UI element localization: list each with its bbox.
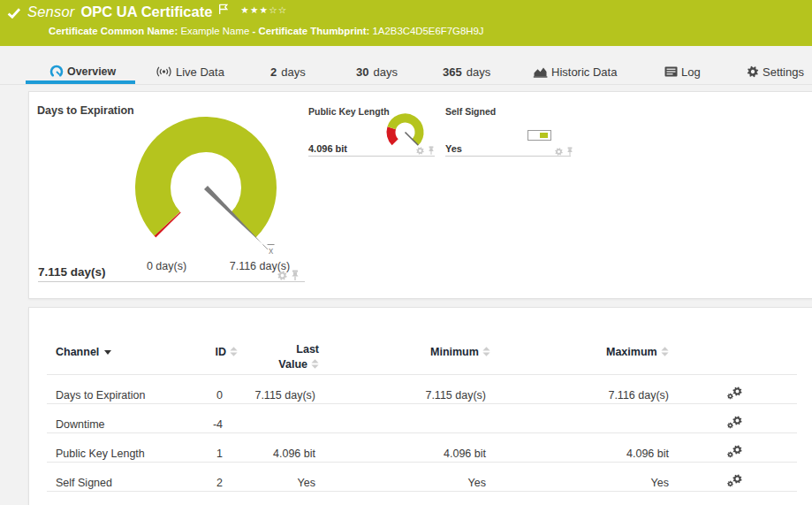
pin-icon[interactable] <box>428 146 435 156</box>
cell-channel: Self Signed <box>56 477 112 489</box>
tab-historic-data-label: Historic Data <box>551 65 617 79</box>
column-header-channel[interactable]: Channel <box>56 346 111 358</box>
tab-365-days[interactable]: 365 days <box>443 62 490 81</box>
id-header-label: ID <box>216 346 227 358</box>
cell-id: 1 <box>162 448 223 460</box>
prtg-sensor-overview-page: Sensor OPC UA Certificate ★★★☆☆ Certific… <box>0 0 812 505</box>
subtitle-value-1: Example Name <box>180 26 249 36</box>
priority-flag-icon[interactable] <box>218 4 228 15</box>
tab-2-days[interactable]: 2 days <box>270 62 306 81</box>
cell-minimum: 4.096 bit <box>389 448 486 460</box>
channel-gear-icon[interactable] <box>277 271 287 280</box>
sensor-title: OPC UA Certificate <box>80 4 212 20</box>
cell-last-value: 4.096 bit <box>227 448 315 460</box>
sort-desc-caret-icon <box>104 350 111 355</box>
tab-overview[interactable]: Overview <box>49 62 116 81</box>
cell-id: 2 <box>162 477 223 489</box>
mini-gauge-value: 4.096 bit <box>308 143 347 154</box>
column-header-minimum[interactable]: Minimum <box>430 346 490 359</box>
primary-gauge-value: 7.115 day(s) <box>38 265 106 279</box>
days-to-expiration-gauge: x0 day(s)7.116 day(s) <box>100 108 312 276</box>
subtitle-label-2: Certificate Thumbprint: <box>258 26 369 36</box>
last-value-header-line1: Last <box>232 343 319 356</box>
tab-log[interactable]: Log <box>664 62 701 81</box>
toggle-panel-value: Yes <box>445 143 462 154</box>
log-icon <box>664 66 678 77</box>
tab-30-days[interactable]: 30 days <box>356 62 398 81</box>
toggle-on-block <box>540 133 548 138</box>
cell-id: 0 <box>162 389 223 402</box>
row-separator <box>47 432 797 433</box>
tab-2-days-label: days <box>281 65 305 79</box>
sort-icon <box>482 347 490 359</box>
column-header-last-value[interactable]: Last Value <box>232 343 319 371</box>
sensor-tab-bar: Overview Live Data 2 days 30 days 365 da… <box>0 46 812 85</box>
toggle-panel-actions <box>555 147 573 157</box>
primary-gauge-actions <box>277 270 300 281</box>
tab-historic-data[interactable]: Historic Data <box>533 62 617 81</box>
column-header-maximum[interactable]: Maximum <box>606 346 669 359</box>
pin-icon[interactable] <box>291 270 300 281</box>
tab-30-days-number: 30 <box>356 65 368 79</box>
primary-gauge-underline <box>38 281 305 282</box>
self-signed-toggle-indicator <box>527 130 551 141</box>
toggle-panel-title: Self Signed <box>445 106 496 117</box>
sensor-subtitle: Certificate Common Name: Example Name - … <box>49 26 484 36</box>
last-value-header-line2: Value <box>278 358 307 371</box>
channel-gear-icon[interactable] <box>555 148 563 156</box>
priority-stars[interactable]: ★★★☆☆ <box>240 4 287 15</box>
gauge-min-label: 0 day(s) <box>147 260 186 272</box>
cell-minimum: Yes <box>389 477 486 489</box>
area-chart-icon <box>533 65 548 78</box>
channel-header-label: Channel <box>56 346 99 358</box>
maximum-header-label: Maximum <box>606 346 657 358</box>
gauges-card: Days to Expiration x0 day(s)7.116 day(s)… <box>28 91 812 299</box>
row-separator <box>47 462 797 463</box>
tab-live-data-label: Live Data <box>176 65 224 79</box>
channels-table-card: Channel ID Last Value Minimum Maximum Da… <box>28 307 812 505</box>
tab-live-data[interactable]: Live Data <box>156 62 224 81</box>
object-kind-label: Sensor <box>27 4 74 20</box>
column-header-id[interactable]: ID <box>185 346 238 359</box>
active-tab-underline <box>26 80 135 84</box>
cell-maximum: Yes <box>572 477 669 489</box>
tab-settings[interactable]: Settings <box>747 62 804 81</box>
row-separator <box>47 403 797 404</box>
tab-365-days-label: days <box>467 65 490 79</box>
tab-overview-label: Overview <box>67 65 116 78</box>
cell-channel: Downtime <box>56 418 105 431</box>
gear-icon <box>747 65 759 78</box>
cell-channel: Days to Expiration <box>56 389 145 402</box>
cell-id: -4 <box>162 418 223 431</box>
cell-maximum: 7.116 day(s) <box>572 389 669 402</box>
cell-channel: Public Key Length <box>56 448 145 460</box>
tab-30-days-label: days <box>373 65 397 79</box>
gauge-icon <box>49 65 64 79</box>
tab-365-days-number: 365 <box>443 65 462 79</box>
tab-settings-label: Settings <box>763 65 804 79</box>
edit-channel-gears-icon[interactable] <box>725 444 743 462</box>
minimum-header-label: Minimum <box>430 346 479 358</box>
tab-log-label: Log <box>681 65 701 79</box>
sort-icon <box>311 359 319 371</box>
toggle-panel-underline <box>445 156 571 157</box>
sensor-title-row: Sensor OPC UA Certificate ★★★☆☆ <box>7 4 287 20</box>
status-ok-check-icon <box>7 8 21 19</box>
table-header-separator <box>47 374 797 375</box>
mini-gauge-title: Public Key Length <box>308 106 390 117</box>
mini-gauge-underline <box>308 156 435 157</box>
cell-maximum: 4.096 bit <box>572 448 669 460</box>
edit-channel-gears-icon[interactable] <box>725 415 743 432</box>
sort-icon <box>661 347 669 359</box>
row-separator <box>47 491 797 492</box>
mini-gauge-actions <box>416 146 435 156</box>
channel-gear-icon[interactable] <box>416 147 424 155</box>
edit-channel-gears-icon[interactable] <box>725 386 743 403</box>
subtitle-label-1: Certificate Common Name: <box>49 26 178 36</box>
cell-minimum: 7.115 day(s) <box>389 389 486 402</box>
svg-text:x: x <box>269 245 274 256</box>
pin-icon[interactable] <box>566 147 573 157</box>
cell-last-value: 7.115 day(s) <box>227 389 315 402</box>
edit-channel-gears-icon[interactable] <box>725 473 743 491</box>
sensor-header: Sensor OPC UA Certificate ★★★☆☆ Certific… <box>0 0 812 46</box>
